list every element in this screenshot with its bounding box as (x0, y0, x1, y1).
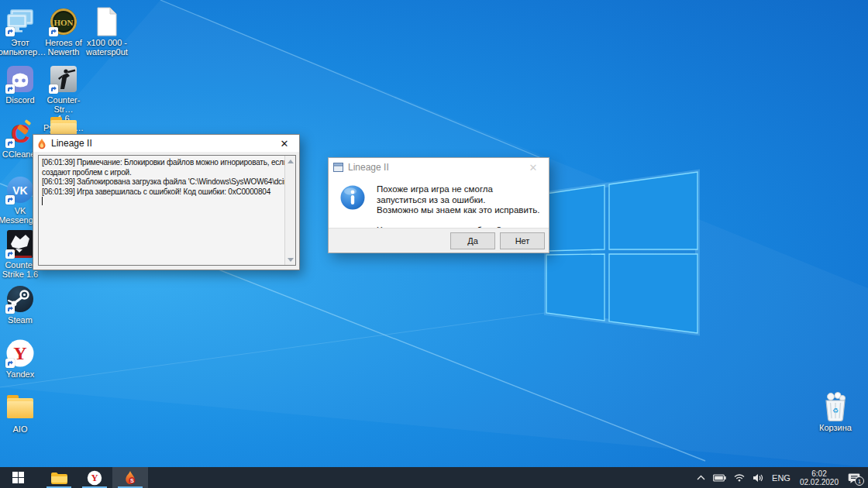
desktop-icon-this-pc[interactable]: Этот компьютер… (0, 6, 40, 57)
log-line: [06:01:39] Игра завершилась с ошибкой! К… (42, 187, 283, 198)
log-line: [06:01:39] Заблокирована загрузка файла … (42, 177, 283, 187)
shortcut-arrow-icon (5, 304, 15, 314)
log-text: [06:01:39] Примечание: Блокировки файлов… (42, 158, 283, 197)
shortcut-arrow-icon (5, 195, 15, 204)
svg-text:VK: VK (12, 184, 27, 197)
icon-label: Этот компьютер… (0, 38, 46, 57)
svg-text:Y: Y (91, 473, 98, 483)
taskbar-yandex-button[interactable]: Y (77, 467, 112, 488)
system-tray: ENG 6:02 02.02.2020 1 (693, 467, 868, 488)
dialog-body: Похоже игра игра не смогла запуститься и… (329, 177, 549, 229)
desktop-screen: Этот компьютер… HON Heroes of Newerth x1… (0, 0, 868, 488)
log-textarea[interactable]: [06:01:39] Примечание: Блокировки файлов… (38, 155, 296, 266)
log-line: [06:01:39] Примечание: Блокировки файлов… (42, 158, 283, 168)
file-explorer-icon (50, 471, 67, 485)
language-indicator[interactable]: ENG (767, 473, 795, 483)
desktop-icon-recycle-bin[interactable]: ♻ Корзина (815, 391, 856, 432)
desktop-icon-steam[interactable]: Steam (0, 284, 40, 325)
log-titlebar[interactable]: Lineage II ✕ (33, 135, 299, 152)
lineage-log-window: Lineage II ✕ [06:01:39] Примечание: Блок… (33, 134, 300, 270)
clock[interactable]: 6:02 02.02.2020 (795, 469, 843, 486)
steam-icon (5, 284, 36, 314)
close-icon[interactable]: ✕ (273, 136, 296, 151)
scroll-down-icon[interactable] (285, 254, 295, 265)
yes-button[interactable]: Да (450, 232, 495, 249)
icon-label: x100 000 - watersp0ut (86, 38, 128, 57)
ccleaner-icon: C (5, 118, 36, 149)
icon-label: Steam (8, 315, 33, 325)
desktop-icon-watersp0ut-file[interactable]: x100 000 - watersp0ut (87, 6, 127, 57)
log-line: создают проблем с игрой. (42, 168, 283, 178)
svg-text:HON: HON (53, 18, 73, 27)
no-button[interactable]: Нет (500, 232, 545, 249)
taskbar-lineage-button[interactable]: S (112, 467, 148, 488)
yandex-browser-icon: Y (87, 470, 102, 486)
lineage-flame-icon: S (123, 470, 137, 485)
shortcut-arrow-icon (5, 249, 15, 259)
dialog-title: Lineage II (348, 162, 522, 173)
svg-text:♻: ♻ (832, 407, 839, 414)
notification-badge: 1 (855, 476, 864, 486)
info-icon (339, 184, 366, 211)
vertical-scrollbar[interactable] (284, 156, 295, 265)
yandex-browser-icon: Y (5, 338, 36, 369)
shortcut-arrow-icon (5, 27, 15, 36)
desktop-icon-aio[interactable]: AIO (0, 393, 40, 434)
start-button[interactable] (0, 467, 36, 488)
icon-label: Heroes of Newerth (45, 38, 82, 57)
tray-chevron-up-icon[interactable] (693, 467, 709, 488)
flame-icon (36, 138, 47, 149)
desktop-icon-heroes-of-newerth[interactable]: HON Heroes of Newerth (43, 6, 84, 57)
shortcut-arrow-icon (5, 84, 15, 94)
hon-game-icon: HON (48, 6, 79, 37)
taskbar: Y S (0, 467, 868, 488)
icon-label: AIO (13, 424, 28, 434)
icon-label: Discord (5, 95, 34, 105)
svg-text:S: S (130, 478, 134, 484)
icon-label: Корзина (819, 423, 852, 432)
icon-label: Yandex (6, 369, 35, 379)
discord-icon (5, 64, 36, 95)
desktop-icon-yandex[interactable]: Y Yandex (0, 338, 40, 379)
dialog-button-row: Да Нет (329, 228, 549, 253)
tray-time: 6:02 (800, 469, 839, 478)
tray-date: 02.02.2020 (800, 478, 839, 486)
text-file-icon (91, 6, 122, 37)
virtus-pro-icon (5, 229, 36, 259)
wifi-icon[interactable] (730, 467, 749, 488)
cs16-icon (48, 64, 79, 95)
windows-start-icon (12, 472, 24, 483)
monitor-icon (5, 6, 36, 37)
shortcut-arrow-icon (5, 359, 15, 368)
shortcut-arrow-icon (5, 139, 15, 148)
action-center-button[interactable]: 1 (843, 467, 868, 488)
battery-icon[interactable] (709, 467, 730, 488)
svg-text:Y: Y (13, 343, 26, 363)
window-icon (333, 163, 343, 172)
scroll-up-icon[interactable] (285, 156, 295, 167)
log-window-title: Lineage II (51, 138, 273, 149)
desktop-icon-discord[interactable]: Discord (0, 64, 40, 105)
taskbar-explorer-button[interactable] (41, 467, 77, 488)
shortcut-arrow-icon (49, 27, 58, 36)
close-icon[interactable]: ✕ (522, 162, 544, 174)
message-line-1: Похоже игра игра не смогла запуститься и… (377, 184, 542, 205)
text-caret (42, 197, 43, 205)
dialog-titlebar[interactable]: Lineage II ✕ (329, 158, 549, 177)
vk-icon: VK (5, 174, 36, 205)
message-line-2: Возможно мы знаем как это исправить. (377, 205, 542, 216)
lineage-error-dialog: Lineage II ✕ Похоже игра игра не смогла … (328, 157, 549, 253)
shortcut-arrow-icon (49, 84, 58, 94)
recycle-bin-icon: ♻ (820, 391, 851, 422)
volume-icon[interactable] (749, 467, 767, 488)
folder-icon (5, 393, 36, 424)
